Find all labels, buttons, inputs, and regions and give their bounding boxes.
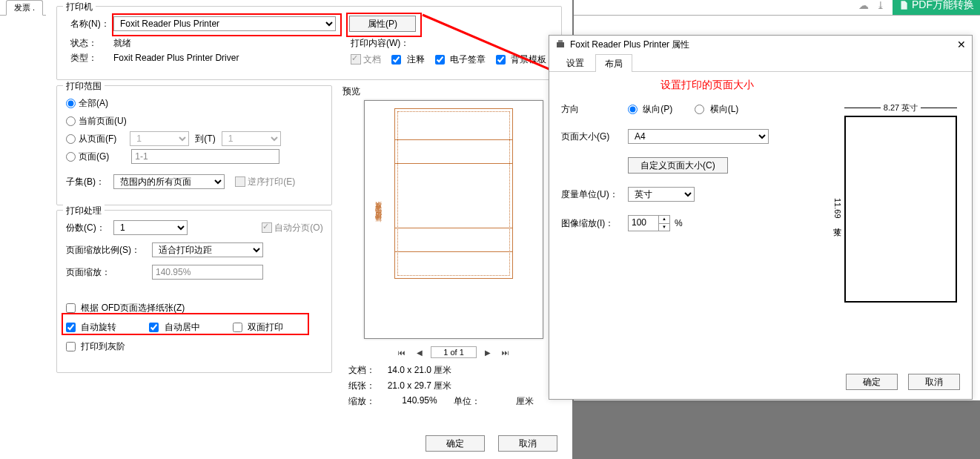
spinner-up-icon[interactable]: ▲ xyxy=(659,216,669,224)
preview-page: 福建增值税电子普通发票 xyxy=(364,100,543,339)
page-size-label: 页面大小(G) xyxy=(561,131,628,143)
subset-label: 子集(B)： xyxy=(66,176,113,188)
preview-panel: 福建增值税电子普通发票 ⏮ ◀ 1 of 1 ▶ ⏭ 文档： 14.0 x 21… xyxy=(342,85,565,408)
scale-label: 页面缩放： xyxy=(66,266,152,279)
dialog-buttons: 确定 取消 xyxy=(426,435,557,452)
print-handling-group: 打印处理 份数(C)： 1 自动分页(O) 页面缩放比例(S)： 适合打印边距 … xyxy=(56,210,332,373)
preview-nav: ⏮ ◀ 1 of 1 ▶ ⏭ xyxy=(342,346,565,358)
prop-titlebar: Foxit Reader Plus Printer 属性 ✕ xyxy=(549,36,972,53)
printer-group: 打印机 名称(N)： Foxit Reader Plus Printer 属性(… xyxy=(56,6,562,80)
info-unit-label: 单位： xyxy=(454,395,491,408)
printer-status-value: 就绪 xyxy=(113,37,131,50)
prop-title-text: Foxit Reader Plus Printer 属性 xyxy=(570,39,689,51)
cb-annotation[interactable]: 注释 xyxy=(391,53,424,66)
cb-esignature[interactable]: 电子签章 xyxy=(435,53,486,66)
nav-first-icon[interactable]: ⏮ xyxy=(395,346,408,358)
pdf-convert-label: PDF万能转换 xyxy=(912,0,974,12)
duplex[interactable]: 双面打印 xyxy=(233,321,283,334)
nav-prev-icon[interactable]: ◀ xyxy=(413,346,426,358)
scale-type-select[interactable]: 适合打印边距 xyxy=(152,242,263,257)
range-current[interactable]: 当前页面(U) xyxy=(66,115,127,128)
download-icon[interactable]: ⤓ xyxy=(876,0,885,11)
range-pages[interactable]: 页面(G) xyxy=(66,151,109,163)
printer-properties-button[interactable]: 属性(P) xyxy=(349,16,416,32)
nav-next-icon[interactable]: ▶ xyxy=(481,346,494,358)
measure-unit-select[interactable]: 英寸 xyxy=(628,187,695,202)
document-tab[interactable]: 发票 . xyxy=(6,0,43,16)
handling-legend: 打印处理 xyxy=(63,205,105,217)
ofd-paper[interactable]: 根据 OFD页面选择纸张(Z) xyxy=(66,302,185,314)
top-right-toolbar: ☁ ⤓ PDF万能转换 xyxy=(858,0,980,13)
prop-ok-button[interactable]: 确定 xyxy=(846,374,898,390)
range-pages-input xyxy=(131,149,279,164)
svg-rect-2 xyxy=(558,40,563,42)
auto-rotate[interactable]: 自动旋转 xyxy=(66,321,116,334)
image-scale-pct: % xyxy=(675,218,683,228)
dim-height: 11.69 英寸 xyxy=(831,116,843,303)
range-to-val: 1 xyxy=(222,131,281,146)
printer-type-label: 类型： xyxy=(70,52,113,65)
cb-document: 文档 xyxy=(351,53,381,66)
copies-select[interactable]: 1 xyxy=(113,220,188,235)
auto-center[interactable]: 自动居中 xyxy=(149,321,199,334)
printer-type-value: Foxit Reader Plus Printer Driver xyxy=(113,53,239,63)
subset-select[interactable]: 范围内的所有页面 xyxy=(113,174,225,189)
page-size-select[interactable]: A4 xyxy=(628,129,769,144)
printer-properties-dialog: Foxit Reader Plus Printer 属性 ✕ 设置 布局 设置打… xyxy=(549,35,973,400)
range-from[interactable]: 从页面(F) xyxy=(66,133,116,145)
preview-content xyxy=(394,108,513,279)
info-doc-label: 文档： xyxy=(348,364,385,377)
bg-strip xyxy=(572,400,980,459)
printer-name-select[interactable]: Foxit Reader Plus Printer xyxy=(113,16,336,31)
nav-last-icon[interactable]: ⏭ xyxy=(499,346,512,358)
page-rect xyxy=(844,116,957,303)
prop-buttons: 确定 取消 xyxy=(846,374,960,390)
collate: 自动分页(O) xyxy=(262,222,323,234)
orientation-landscape[interactable]: 横向(L) xyxy=(695,103,738,116)
scale-type-label: 页面缩放比例(S)： xyxy=(66,244,152,257)
printer-icon xyxy=(555,39,566,50)
spinner-down-icon[interactable]: ▼ xyxy=(659,224,669,231)
cloud-icon[interactable]: ☁ xyxy=(858,0,869,11)
tab-layout[interactable]: 布局 xyxy=(595,54,632,72)
info-paper-label: 纸张： xyxy=(348,380,385,392)
pdf-icon xyxy=(898,0,909,10)
image-scale-spinner[interactable]: ▲▼ xyxy=(628,215,670,231)
prop-tabs: 设置 布局 xyxy=(549,53,972,72)
svg-rect-1 xyxy=(557,42,564,47)
image-scale-input[interactable] xyxy=(629,216,658,229)
preview-invoice-title: 福建增值税电子普通发票 xyxy=(374,211,383,228)
measure-unit-label: 度量单位(U)： xyxy=(561,188,628,201)
prop-cancel-button[interactable]: 取消 xyxy=(908,374,960,390)
preview-info: 文档： 14.0 x 21.0 厘米 纸张： 21.0 x 29.7 厘米 缩放… xyxy=(348,364,559,408)
cancel-button[interactable]: 取消 xyxy=(498,435,557,452)
orientation-portrait[interactable]: 纵向(P) xyxy=(628,103,672,116)
print-range-group: 打印范围 全部(A) 当前页面(U) 从页面(F) 1 到(T) 1 页面(G)… xyxy=(56,85,332,205)
range-to-label: 到(T) xyxy=(195,133,215,145)
custom-page-size-button[interactable]: 自定义页面大小(C) xyxy=(628,157,728,174)
info-paper-size: 21.0 x 29.7 厘米 xyxy=(385,380,454,392)
range-all[interactable]: 全部(A) xyxy=(66,97,108,110)
scale-value xyxy=(152,265,263,280)
cb-background[interactable]: 背景模板 xyxy=(496,53,546,66)
printer-name-label: 名称(N)： xyxy=(70,18,113,30)
copies-label: 份数(C)： xyxy=(66,222,113,234)
grayscale[interactable]: 打印到灰阶 xyxy=(66,340,125,353)
range-from-val: 1 xyxy=(130,131,189,146)
info-zoom-label: 缩放： xyxy=(348,395,385,408)
image-scale-label: 图像缩放(I)： xyxy=(561,217,628,230)
info-zoom-val: 140.95% xyxy=(385,395,454,408)
print-dialog: 打印机 名称(N)： Foxit Reader Plus Printer 属性(… xyxy=(46,0,574,459)
printer-legend: 打印机 xyxy=(63,1,96,13)
range-legend: 打印范围 xyxy=(63,80,105,93)
pdf-convert-button[interactable]: PDF万能转换 xyxy=(893,0,980,15)
printer-status-label: 状态： xyxy=(70,37,113,50)
page-dimension-preview: 8.27 英寸 11.69 英寸 xyxy=(831,102,957,303)
info-doc-size: 14.0 x 21.0 厘米 xyxy=(385,364,454,377)
ok-button[interactable]: 确定 xyxy=(426,435,485,452)
dim-width: 8.27 英寸 xyxy=(844,102,957,113)
print-content-label: 打印内容(W)： xyxy=(351,37,409,50)
orientation-label: 方向 xyxy=(561,103,628,116)
close-icon[interactable]: ✕ xyxy=(957,39,966,50)
tab-settings[interactable]: 设置 xyxy=(557,53,594,71)
